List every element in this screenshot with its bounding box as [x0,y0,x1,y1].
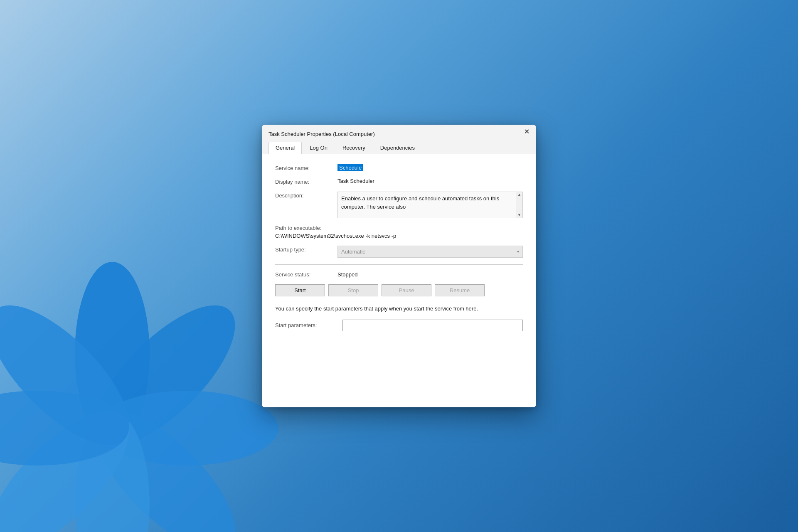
svg-point-6 [0,391,129,466]
description-row: Description: Enables a user to configure… [275,192,523,218]
scroll-down-arrow[interactable]: ▼ [517,213,521,217]
description-label: Description: [275,192,337,199]
start-parameters-row: Start parameters: [275,320,523,331]
service-control-buttons: Start Stop Pause Resume [275,284,523,296]
chevron-down-icon: ▾ [517,249,519,254]
startup-type-label: Startup type: [275,246,337,253]
path-label: Path to executable: [275,225,523,231]
tab-dependencies[interactable]: Dependencies [373,142,422,154]
properties-dialog: Task Scheduler Properties (Local Compute… [262,125,536,407]
display-name-value: Task Scheduler [337,178,523,184]
startup-type-value: Automatic [341,249,365,255]
start-button[interactable]: Start [275,284,325,296]
display-name-label: Display name: [275,178,337,185]
tab-content-general: Service name: Schedule Display name: Tas… [262,154,536,407]
svg-point-0 [75,262,150,445]
svg-point-5 [0,390,150,532]
stop-button[interactable]: Stop [328,284,378,296]
description-container: Enables a user to configure and schedule… [337,192,523,218]
svg-point-2 [96,391,278,466]
svg-point-3 [74,390,256,532]
pause-button[interactable]: Pause [382,284,431,296]
section-divider [275,264,523,265]
service-name-label: Service name: [275,164,337,171]
scroll-up-arrow[interactable]: ▲ [517,193,521,197]
display-name-row: Display name: Task Scheduler [275,178,523,185]
description-textarea[interactable]: Enables a user to configure and schedule… [337,192,516,218]
svg-point-4 [75,411,150,532]
path-section: Path to executable: C:\WINDOWS\system32\… [275,225,523,239]
svg-point-1 [74,284,256,466]
service-name-row: Service name: Schedule [275,164,523,171]
service-status-label: Service status: [275,271,337,278]
info-text: You can specify the start parameters tha… [275,305,523,313]
description-scrollbar: ▲ ▼ [516,192,523,218]
tab-recovery[interactable]: Recovery [335,142,372,154]
startup-type-select[interactable]: Automatic ▾ [337,246,523,258]
tab-bar: General Log On Recovery Dependencies [262,138,536,154]
close-button[interactable]: ✕ [517,125,536,138]
service-name-value: Schedule [337,164,523,171]
start-params-label: Start parameters: [275,322,337,328]
title-bar: Task Scheduler Properties (Local Compute… [262,125,536,138]
service-name-highlight: Schedule [337,164,363,171]
resume-button[interactable]: Resume [435,284,485,296]
startup-type-row: Startup type: Automatic ▾ [275,246,523,258]
tab-logon[interactable]: Log On [303,142,335,154]
service-status-row: Service status: Stopped [275,271,523,278]
dialog-title: Task Scheduler Properties (Local Compute… [268,131,375,137]
svg-point-7 [0,284,150,466]
start-params-input[interactable] [342,320,523,331]
tab-general[interactable]: General [268,142,302,154]
service-status-value: Stopped [337,271,357,278]
path-value: C:\WINDOWS\system32\svchost.exe -k netsv… [275,233,523,239]
